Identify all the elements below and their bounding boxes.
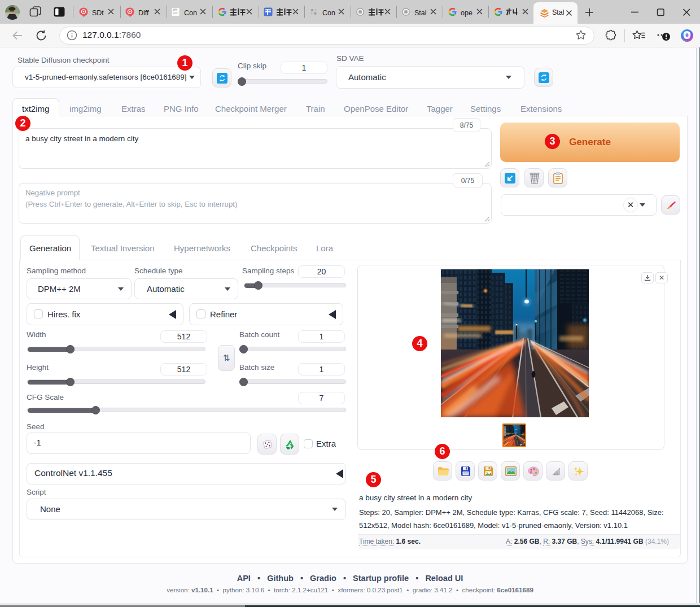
svg-text:Stal: Stal xyxy=(414,9,427,17)
svg-text:Diff: Diff xyxy=(138,9,149,17)
svg-text:Con: Con xyxy=(184,9,197,17)
svg-text:SDt: SDt xyxy=(92,9,104,17)
svg-text:ope: ope xyxy=(461,9,473,17)
svg-text:Con: Con xyxy=(322,9,335,17)
